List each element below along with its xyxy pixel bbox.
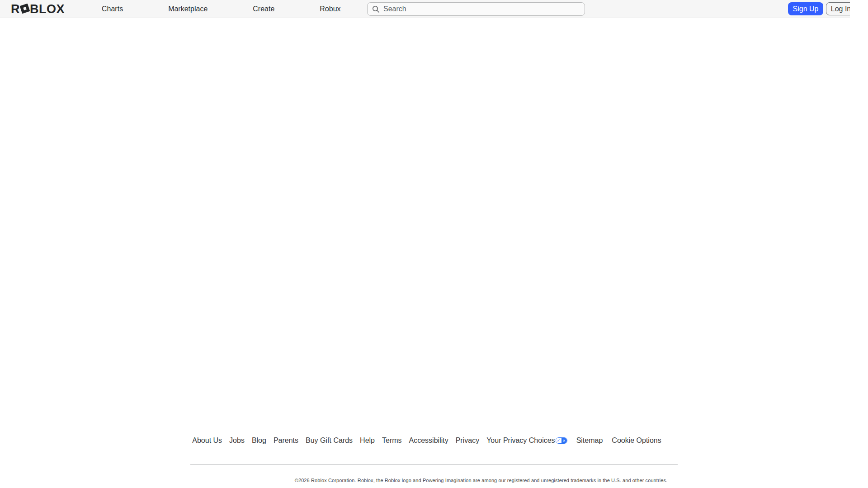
footer-link-accessibility[interactable]: Accessibility xyxy=(409,436,448,445)
footer-link-parents[interactable]: Parents xyxy=(274,436,298,445)
footer-link-buy-gift-cards[interactable]: Buy Gift Cards xyxy=(306,436,353,445)
main-content-empty xyxy=(0,19,868,430)
nav-item-marketplace[interactable]: Marketplace xyxy=(168,5,208,13)
your-privacy-choices-label: Your Privacy Choices xyxy=(486,436,555,445)
search-icon xyxy=(372,5,380,13)
footer-link-blog[interactable]: Blog xyxy=(252,436,266,445)
privacy-x-glyph: ✕ xyxy=(561,438,567,443)
roblox-tilted-square-icon xyxy=(20,4,30,14)
sign-up-button[interactable]: Sign Up xyxy=(788,2,823,15)
privacy-choices-icon: ✓ ✕ xyxy=(556,437,567,444)
roblox-page: R BLOX Charts Marketplace Create Robux S… xyxy=(0,0,868,488)
footer-link-cookie-options[interactable]: Cookie Options xyxy=(612,436,661,445)
search-input[interactable] xyxy=(383,5,580,13)
copyright-text: ©2026 Roblox Corporation. Roblox, the Ro… xyxy=(47,478,868,483)
top-navigation-bar: R BLOX Charts Marketplace Create Robux S… xyxy=(0,0,859,18)
logo-letters-blox: BLOX xyxy=(30,2,65,16)
footer-link-sitemap[interactable]: Sitemap xyxy=(576,436,603,445)
scrollbar-gutter[interactable] xyxy=(850,0,859,19)
nav-item-charts[interactable]: Charts xyxy=(102,5,123,13)
roblox-logo[interactable]: R BLOX xyxy=(11,0,65,18)
nav-item-create[interactable]: Create xyxy=(253,5,274,13)
footer-divider xyxy=(190,465,678,465)
footer-link-terms[interactable]: Terms xyxy=(382,436,402,445)
privacy-check-glyph: ✓ xyxy=(556,438,561,443)
footer-link-privacy[interactable]: Privacy xyxy=(456,436,479,445)
footer-links-row: About Us Jobs Blog Parents Buy Gift Card… xyxy=(0,436,861,445)
footer-link-jobs[interactable]: Jobs xyxy=(229,436,245,445)
primary-nav: Charts Marketplace Create Robux xyxy=(102,0,341,18)
footer-link-help[interactable]: Help xyxy=(360,436,375,445)
footer-link-about-us[interactable]: About Us xyxy=(192,436,222,445)
footer-link-your-privacy-choices[interactable]: Your Privacy Choices ✓ ✕ xyxy=(486,436,567,445)
search-bar[interactable] xyxy=(367,2,585,16)
auth-buttons: Sign Up Log In xyxy=(788,2,856,15)
logo-letter-r: R xyxy=(11,2,20,16)
nav-item-robux[interactable]: Robux xyxy=(320,5,340,13)
